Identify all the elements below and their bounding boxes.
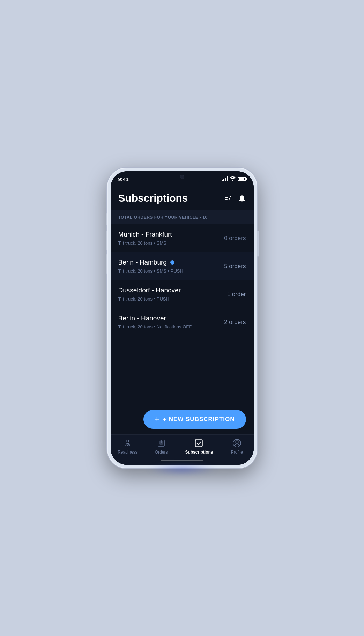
notch (159, 171, 205, 182)
sub-details-2: Tilt truck, 20 tons • SMS • PUSH (118, 268, 220, 274)
new-subscription-button[interactable]: + + NEW SUBSCRIPTION (143, 410, 246, 429)
nav-item-profile[interactable]: Profile (225, 438, 249, 457)
sub-orders-3: 1 order (227, 291, 246, 298)
new-subscription-container: + + NEW SUBSCRIPTION (111, 403, 254, 434)
battery-icon (238, 177, 246, 181)
volume-down-button (106, 231, 107, 250)
svg-point-3 (127, 440, 129, 442)
silent-switch (106, 254, 107, 274)
sub-route-1: Munich - Frankfurt (118, 231, 220, 238)
svg-line-7 (128, 445, 129, 446)
svg-rect-11 (195, 439, 196, 440)
nav-item-subscriptions[interactable]: Subscriptions (182, 438, 216, 457)
active-indicator (170, 260, 174, 265)
sub-left-3: Dusseldorf - Hanover Tilt truck, 20 tons… (118, 287, 223, 302)
status-bar: 9:41 (111, 171, 254, 187)
front-camera (180, 175, 184, 179)
readiness-icon (123, 438, 132, 448)
sub-orders-1: 0 orders (224, 235, 246, 242)
nav-label-readiness: Readiness (118, 450, 138, 455)
sub-details-3: Tilt truck, 20 tons • PUSH (118, 296, 223, 302)
nav-label-profile: Profile (231, 450, 243, 455)
header-actions (224, 194, 246, 202)
subscription-item[interactable]: Dusseldorf - Hanover Tilt truck, 20 tons… (111, 280, 254, 308)
sub-route-3: Dusseldorf - Hanover (118, 287, 223, 294)
page-title: Subscriptions (118, 192, 188, 204)
delete-list-icon (224, 194, 232, 202)
app-header: Subscriptions (111, 187, 254, 210)
total-orders-bar: TOTAL ORDERS FOR YOUR VEHICLE - 10 (111, 210, 254, 224)
phone-shell: 9:41 (107, 168, 257, 468)
sub-route-4: Berlin - Hanover (118, 315, 220, 322)
new-subscription-label: + NEW SUBSCRIPTION (163, 416, 235, 423)
svg-rect-1 (225, 197, 228, 198)
svg-rect-2 (225, 199, 228, 200)
phone-screen: 9:41 (111, 171, 254, 465)
sub-details-4: Tilt truck, 20 tons • Notifications OFF (118, 324, 220, 330)
bottom-navigation: Readiness Orders (111, 434, 254, 457)
total-orders-label: TOTAL ORDERS FOR YOUR VEHICLE - 10 (118, 215, 208, 220)
delete-list-button[interactable] (224, 194, 232, 202)
signal-icon (222, 176, 228, 181)
bell-icon (238, 194, 246, 202)
sub-left-2: Berin - Hamburg Tilt truck, 20 tons • SM… (118, 259, 220, 274)
status-icons (222, 176, 246, 182)
subscription-item[interactable]: Berlin - Hanover Tilt truck, 20 tons • N… (111, 308, 254, 336)
power-button (257, 231, 259, 257)
svg-rect-0 (225, 196, 229, 196)
subscription-item-active[interactable]: Berin - Hamburg Tilt truck, 20 tons • SM… (111, 252, 254, 280)
nav-label-orders: Orders (155, 450, 168, 455)
orders-icon (157, 438, 166, 448)
sub-left-1: Munich - Frankfurt Tilt truck, 20 tons •… (118, 231, 220, 246)
phone-shadow (147, 464, 217, 475)
sub-orders-4: 2 orders (224, 319, 246, 326)
wifi-icon (230, 176, 236, 182)
home-bar (161, 460, 203, 461)
status-time: 9:41 (118, 176, 129, 182)
sub-route-2: Berin - Hamburg (118, 259, 220, 266)
notification-button[interactable] (238, 194, 246, 202)
nav-label-subscriptions: Subscriptions (185, 450, 213, 455)
sub-left-4: Berlin - Hanover Tilt truck, 20 tons • N… (118, 315, 220, 330)
nav-item-orders[interactable]: Orders (149, 438, 173, 457)
svg-point-13 (236, 441, 238, 443)
subscription-item[interactable]: Munich - Frankfurt Tilt truck, 20 tons •… (111, 224, 254, 252)
subscriptions-icon (194, 438, 203, 448)
subscription-list: Munich - Frankfurt Tilt truck, 20 tons •… (111, 224, 254, 403)
app-content: Subscriptions (111, 187, 254, 465)
home-indicator (111, 457, 254, 465)
nav-item-readiness[interactable]: Readiness (115, 438, 140, 457)
volume-up-button (106, 213, 107, 225)
profile-icon (232, 438, 242, 448)
plus-icon: + (155, 415, 159, 423)
svg-line-6 (127, 445, 128, 446)
sub-orders-2: 5 orders (224, 263, 246, 270)
sub-details-1: Tilt truck, 20 tons • SMS (118, 240, 220, 246)
